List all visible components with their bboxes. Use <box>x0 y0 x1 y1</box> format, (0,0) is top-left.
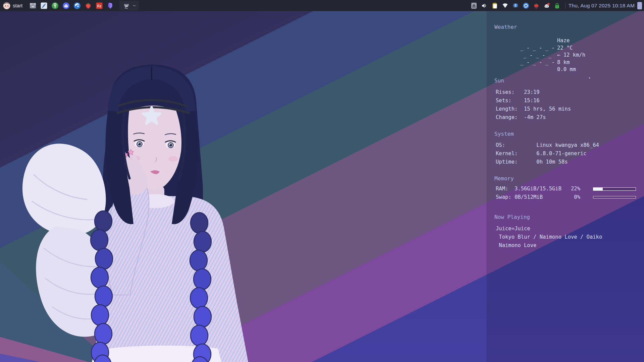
start-label: start <box>13 3 22 8</box>
weather-header: Weather <box>494 24 517 30</box>
feather-pen-icon <box>40 2 48 9</box>
ram-usage-bar <box>593 187 636 191</box>
text-editor-launcher[interactable] <box>40 1 48 10</box>
strawberry-icon <box>85 2 92 9</box>
sync-arrows-icon <box>523 2 529 9</box>
removable-media-tray-icon[interactable] <box>470 2 478 10</box>
strawberry-launcher[interactable] <box>84 1 93 10</box>
ram-usage-bar-fill <box>593 188 603 190</box>
clipboard-icon <box>491 2 498 9</box>
swap-usage-text: Swap: 0B/512MiB 0% <box>496 194 580 200</box>
now-playing-info: Juice=Juice Tokyo Blur / Naimono Love / … <box>496 225 602 250</box>
padlock-icon <box>554 2 560 9</box>
swap-usage-bar <box>593 196 636 198</box>
memory-header: Memory <box>494 175 514 182</box>
signal-wedge-icon <box>502 2 508 9</box>
file-manager-launcher[interactable] <box>29 1 37 10</box>
conky-widget: Weather _ - _ - _ - _ - _ - _ _ - _ - _ … <box>486 11 644 362</box>
obsidian-gem-icon <box>107 2 114 9</box>
ram-usage-text: RAM: 3.56GiB/15.5GiB 22% <box>496 186 580 192</box>
taskbar: start <box>0 0 644 11</box>
browser-swirl-icon <box>73 2 81 9</box>
speaker-icon <box>481 2 488 9</box>
updates-tray-icon[interactable] <box>522 2 530 10</box>
strawberry-small-icon <box>533 2 540 9</box>
volume-tray-icon[interactable] <box>480 2 488 10</box>
filezilla-label: Fz <box>97 4 102 8</box>
sparkle-dot <box>589 77 590 78</box>
launcher-bar: Fz <box>29 1 115 10</box>
system-header: System <box>494 131 514 137</box>
start-menu-face-icon <box>3 2 11 10</box>
eject-icon <box>471 2 477 9</box>
panel-separator <box>565 3 566 9</box>
network-tray-icon[interactable] <box>501 2 509 10</box>
window-title: ~ <box>133 3 136 8</box>
notifications-tray-icon[interactable] <box>512 2 520 10</box>
clipboard-tray-icon[interactable] <box>491 2 499 10</box>
weather-info: Haze 22 °C ← 12 km/h 8 km 0.0 mm <box>557 37 585 73</box>
filezilla-launcher[interactable]: Fz <box>95 1 104 10</box>
start-button[interactable]: start <box>1 1 25 10</box>
keepassxc-launcher[interactable] <box>51 1 59 10</box>
discord-icon <box>62 2 70 9</box>
notification-bubble-icon <box>512 2 519 9</box>
discord-tray-icon[interactable] <box>543 2 551 10</box>
sun-info: Rises: 23:19 Sets: 15:16 Length: 15 hrs,… <box>496 88 571 122</box>
discord-launcher[interactable] <box>62 1 70 10</box>
strawberry-tray-icon[interactable] <box>532 2 540 10</box>
browser-launcher[interactable] <box>73 1 82 10</box>
system-tray <box>470 2 561 10</box>
window-button-kitty-terminal[interactable]: ~ <box>119 1 139 10</box>
kitty-terminal-icon <box>123 2 130 9</box>
discord-badge-icon <box>543 2 550 9</box>
sun-header: Sun <box>494 77 504 84</box>
key-icon <box>51 2 59 9</box>
screen-lock-tray-icon[interactable] <box>553 2 561 10</box>
now-playing-header: Now Playing <box>494 214 530 220</box>
desktop: start <box>0 0 644 362</box>
system-info: OS: Linux kwangya x86_64 Kernel: 6.8.0-7… <box>496 141 599 166</box>
show-desktop-button[interactable] <box>637 2 642 9</box>
file-manager-icon <box>29 2 37 9</box>
weather-ascii-art: _ - _ - _ - _ - _ - _ _ - _ - _ - <box>520 45 555 66</box>
clock[interactable]: Thu, Aug 07 2025 10:18 AM <box>569 3 635 9</box>
filezilla-icon: Fz <box>96 2 103 9</box>
obsidian-launcher[interactable] <box>106 1 115 10</box>
